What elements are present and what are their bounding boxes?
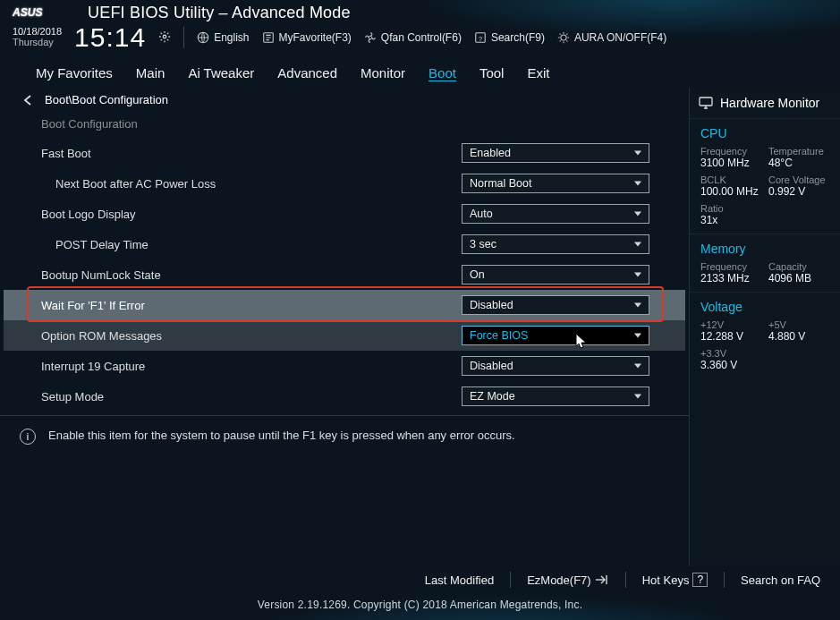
setting-select-next-boot-ac[interactable]: Normal Boot [462, 174, 649, 193]
setting-label: Wait For 'F1' If Error [41, 299, 462, 312]
monitor-icon [699, 97, 713, 109]
ezmode-icon [595, 574, 609, 585]
setting-select-wait-f1[interactable]: Disabled [462, 295, 649, 315]
svg-point-1 [163, 35, 166, 38]
setting-label: Setup Mode [41, 390, 462, 403]
tab-my-favorites[interactable]: My Favorites [36, 65, 113, 81]
hw-group-title: Voltage [700, 300, 829, 314]
tab-tool[interactable]: Tool [479, 65, 505, 81]
search-button[interactable]: ? Search(F9) [474, 31, 545, 44]
setting-select-post-delay[interactable]: 3 sec [462, 234, 649, 254]
setting-label: Bootup NumLock State [41, 268, 462, 282]
tab-monitor[interactable]: Monitor [361, 65, 405, 81]
svg-point-4 [369, 36, 372, 39]
help-text: Enable this item for the system to pause… [48, 429, 515, 445]
setting-select-setup-mode[interactable]: EZ Mode [462, 386, 649, 406]
menubar: My FavoritesMainAi TweakerAdvancedMonito… [0, 58, 840, 88]
setting-row-fast-boot[interactable]: Fast BootEnabled [4, 138, 685, 168]
hw-group-title: CPU [700, 126, 829, 140]
setting-label: Fast Boot [41, 147, 462, 160]
setting-label: POST Delay Time [55, 238, 462, 251]
tab-exit[interactable]: Exit [527, 65, 549, 81]
tab-ai-tweaker[interactable]: Ai Tweaker [188, 65, 254, 81]
back-icon[interactable] [21, 94, 36, 106]
clock: 15:14 [74, 22, 146, 53]
hardware-monitor-panel: Hardware Monitor CPUFrequency3100 MHzTem… [689, 88, 840, 566]
hardware-monitor-title: Hardware Monitor [720, 96, 819, 110]
setting-label: Next Boot after AC Power Loss [55, 177, 462, 191]
setting-row-boot-logo[interactable]: Boot Logo DisplayAuto [4, 199, 685, 229]
svg-point-7 [561, 35, 566, 40]
page-title: UEFI BIOS Utility – Advanced Mode [88, 4, 351, 22]
hotkeys-button[interactable]: Hot Keys ? [642, 573, 708, 587]
setting-row-post-delay[interactable]: POST Delay Time3 sec [4, 229, 685, 259]
svg-text:ASUS: ASUS [13, 6, 43, 19]
last-modified-button[interactable]: Last Modified [425, 573, 494, 587]
gear-icon[interactable] [158, 30, 171, 46]
setting-row-option-rom[interactable]: Option ROM MessagesForce BIOS [4, 320, 685, 351]
language-button[interactable]: English [197, 31, 249, 44]
setting-row-numlock[interactable]: Bootup NumLock StateOn [4, 259, 685, 290]
hw-group-cpu: CPUFrequency3100 MHzTemperature48°CBCLK1… [690, 118, 840, 234]
setting-select-boot-logo[interactable]: Auto [462, 204, 649, 224]
qfan-button[interactable]: Qfan Control(F6) [364, 31, 462, 44]
info-icon: i [20, 429, 36, 445]
ezmode-button[interactable]: EzMode(F7) [527, 573, 609, 587]
setting-row-setup-mode[interactable]: Setup ModeEZ Mode [4, 381, 685, 412]
setting-select-fast-boot[interactable]: Enabled [462, 143, 649, 163]
version-text: Version 2.19.1269. Copyright (C) 2018 Am… [0, 593, 840, 620]
hw-group-title: Memory [700, 242, 829, 256]
svg-rect-8 [700, 98, 712, 106]
hw-group-memory: MemoryFrequency2133 MHzCapacity4096 MB [690, 234, 840, 292]
setting-row-wait-f1[interactable]: Wait For 'F1' If ErrorDisabled [4, 290, 685, 320]
setting-select-numlock[interactable]: On [462, 265, 649, 285]
tab-advanced[interactable]: Advanced [277, 65, 337, 81]
setting-row-int19[interactable]: Interrupt 19 CaptureDisabled [4, 351, 685, 381]
setting-label: Boot Logo Display [41, 208, 462, 221]
section-label: Boot Configuration [4, 110, 685, 138]
aura-button[interactable]: AURA ON/OFF(F4) [557, 31, 666, 44]
svg-text:?: ? [479, 35, 483, 43]
setting-select-option-rom[interactable]: Force BIOS [462, 326, 649, 345]
setting-select-int19[interactable]: Disabled [462, 356, 649, 376]
setting-row-next-boot-ac[interactable]: Next Boot after AC Power LossNormal Boot [4, 168, 685, 199]
myfavorite-button[interactable]: MyFavorite(F3) [262, 31, 352, 44]
tab-main[interactable]: Main [136, 65, 165, 81]
breadcrumb: Boot\Boot Configuration [45, 93, 168, 106]
date-block: 10/18/2018 Thursday [13, 27, 62, 47]
search-faq-button[interactable]: Search on FAQ [741, 573, 820, 587]
hw-group-voltage: Voltage+12V12.288 V+5V4.880 V+3.3V3.360 … [690, 292, 840, 378]
setting-label: Interrupt 19 Capture [41, 360, 462, 373]
asus-logo: ASUS [13, 4, 73, 22]
setting-label: Option ROM Messages [41, 329, 462, 343]
tab-boot[interactable]: Boot [428, 65, 456, 81]
